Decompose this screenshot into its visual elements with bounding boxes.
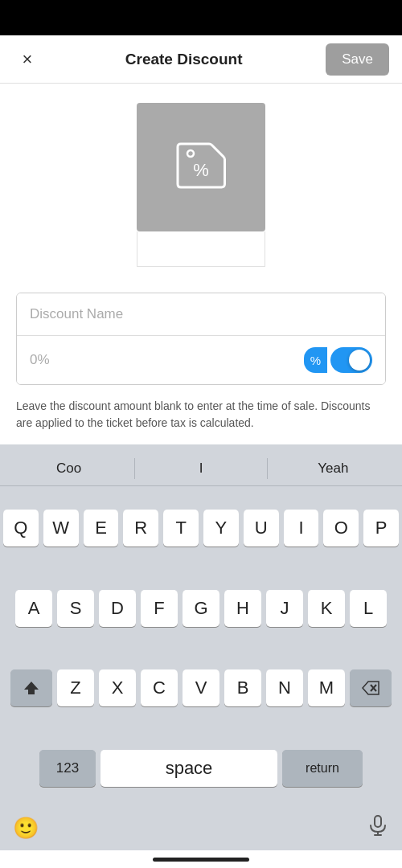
key-v[interactable]: V — [183, 669, 219, 706]
key-d[interactable]: D — [99, 590, 136, 627]
discount-tag-icon: % — [165, 129, 237, 205]
key-a[interactable]: A — [15, 590, 52, 627]
suggestion-i[interactable]: I — [135, 454, 266, 483]
image-caption — [137, 231, 265, 267]
image-area: % — [0, 84, 402, 280]
key-y[interactable]: Y — [203, 510, 239, 547]
discount-amount-row[interactable]: 0% % — [17, 335, 385, 384]
toggle-percent-label: % — [304, 347, 327, 373]
key-c[interactable]: C — [141, 669, 178, 706]
key-o[interactable]: O — [323, 510, 359, 547]
key-r[interactable]: R — [123, 510, 158, 547]
emoji-icon[interactable]: 🙂 — [13, 816, 39, 841]
discount-name-row[interactable] — [17, 293, 385, 335]
delete-key[interactable] — [350, 669, 392, 706]
discount-toggle[interactable] — [330, 347, 372, 373]
discount-value: 0% — [30, 352, 50, 368]
keyboard-rows: Q W E R T Y U I O P A S D F G H J K L — [0, 486, 402, 809]
key-f[interactable]: F — [141, 590, 178, 627]
return-key[interactable]: return — [282, 750, 363, 787]
suggestion-yeah[interactable]: Yeah — [268, 454, 399, 483]
shift-key[interactable] — [10, 669, 52, 706]
key-u[interactable]: U — [244, 510, 279, 547]
svg-point-0 — [187, 150, 194, 157]
suggestion-coo[interactable]: Coo — [3, 454, 134, 483]
keyboard-bottom: 🙂 — [0, 809, 402, 850]
svg-marker-2 — [24, 682, 39, 694]
space-key[interactable]: space — [100, 750, 277, 787]
key-j[interactable]: J — [266, 590, 303, 627]
key-l[interactable]: L — [350, 590, 387, 627]
toggle-container[interactable]: % — [304, 347, 372, 373]
home-indicator — [153, 858, 249, 862]
home-bar — [0, 850, 402, 868]
microphone-icon[interactable] — [367, 814, 389, 842]
key-e[interactable]: E — [84, 510, 119, 547]
keyboard-suggestions: Coo I Yeah — [0, 451, 402, 486]
key-m[interactable]: M — [308, 669, 345, 706]
page-title: Create Discount — [42, 51, 326, 68]
svg-text:%: % — [193, 160, 209, 180]
key-q[interactable]: Q — [3, 510, 39, 547]
key-w[interactable]: W — [43, 510, 79, 547]
nav-bar: × Create Discount Save — [0, 35, 402, 84]
key-b[interactable]: B — [224, 669, 261, 706]
key-z[interactable]: Z — [57, 669, 94, 706]
key-h[interactable]: H — [224, 590, 261, 627]
svg-rect-5 — [375, 816, 381, 827]
key-p[interactable]: P — [363, 510, 399, 547]
key-i[interactable]: I — [284, 510, 319, 547]
key-x[interactable]: X — [99, 669, 136, 706]
key-row-2: A S D F G H J K L — [3, 590, 399, 627]
keyboard: Coo I Yeah Q W E R T Y U I O P A S D F G… — [0, 444, 402, 850]
close-icon: × — [23, 49, 33, 70]
form-area: 0% % — [16, 293, 386, 385]
numbers-key[interactable]: 123 — [39, 750, 96, 787]
key-k[interactable]: K — [308, 590, 345, 627]
key-g[interactable]: G — [183, 590, 219, 627]
discount-image-box[interactable]: % — [137, 103, 265, 231]
key-n[interactable]: N — [266, 669, 303, 706]
status-bar — [0, 0, 402, 35]
key-row-3: Z X C V B N M — [3, 669, 399, 706]
key-s[interactable]: S — [57, 590, 94, 627]
help-text: Leave the discount amount blank to enter… — [16, 398, 386, 432]
key-t[interactable]: T — [163, 510, 199, 547]
close-button[interactable]: × — [13, 45, 42, 74]
key-row-1: Q W E R T Y U I O P — [3, 510, 399, 547]
key-row-bottom: 123 space return — [3, 750, 399, 787]
save-button[interactable]: Save — [326, 43, 389, 76]
discount-name-input[interactable] — [30, 306, 372, 322]
